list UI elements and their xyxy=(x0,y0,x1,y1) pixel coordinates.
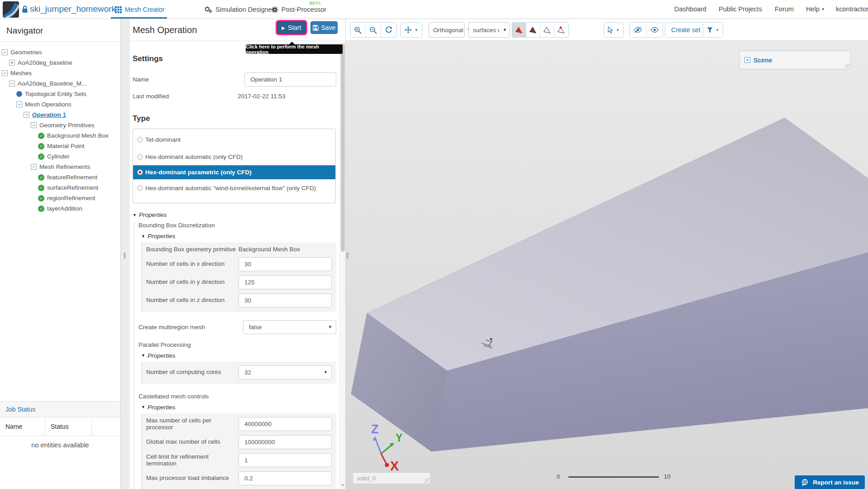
tree-item-mesh[interactable]: AoA20deg_Baseline_M... xyxy=(0,78,120,89)
multiregion-select[interactable]: false xyxy=(243,320,336,334)
report-camera-icon xyxy=(801,479,809,486)
solid-wireframe-triangle-icon xyxy=(529,27,537,34)
properties-toggle[interactable]: Properties xyxy=(133,211,336,218)
render-points-button[interactable] xyxy=(554,23,568,37)
radio-unchecked-icon[interactable] xyxy=(137,154,143,160)
collapse-icon[interactable] xyxy=(2,49,8,55)
render-filter-select[interactable]: surfaces with v xyxy=(468,22,510,38)
properties-label: Properties xyxy=(139,211,167,218)
splitter-grip-icon[interactable] xyxy=(346,252,349,259)
play-icon xyxy=(281,25,285,30)
refresh-view-button[interactable] xyxy=(381,23,396,37)
scene-expand-icon[interactable] xyxy=(744,57,750,63)
splitter-grip-icon[interactable] xyxy=(123,252,126,259)
tree-item-region-refinement[interactable]: regionRefinement xyxy=(0,193,120,203)
collapse-triangle-icon xyxy=(141,405,145,409)
tree-item-geometry[interactable]: AoA20deg_baseline xyxy=(0,58,120,68)
global-max-input[interactable] xyxy=(238,435,332,449)
pan-mode-button[interactable] xyxy=(401,23,422,37)
tree-item-meshes[interactable]: Meshes xyxy=(0,68,120,78)
bbox-properties-toggle[interactable]: Properties xyxy=(141,233,336,240)
render-solid-wireframe-button[interactable] xyxy=(526,23,540,37)
start-button[interactable]: Start xyxy=(277,21,306,34)
cells-z-input[interactable] xyxy=(238,293,332,307)
tree-item-background-mesh-box[interactable]: Background Mesh Box xyxy=(0,130,120,141)
parallel-properties-toggle[interactable]: Properties xyxy=(141,352,336,359)
tree-item-material-point[interactable]: Material Point xyxy=(0,141,120,151)
report-issue-button[interactable]: Report an issue xyxy=(795,475,865,489)
hide-selection-button[interactable] xyxy=(630,23,646,37)
projection-select[interactable]: Orthogonal xyxy=(429,22,465,38)
zoom-out-button[interactable] xyxy=(366,23,381,37)
operation-name-input[interactable] xyxy=(244,72,336,86)
collapse-icon[interactable] xyxy=(31,122,37,128)
cells-x-input[interactable] xyxy=(238,257,332,271)
max-cells-proc-input[interactable] xyxy=(238,417,332,431)
selection-mode-button[interactable] xyxy=(604,23,623,37)
tree-item-topological-entity-sets[interactable]: Topological Entity Sets xyxy=(0,89,120,99)
global-max-label: Global max number of cells xyxy=(146,438,237,446)
solid-triangle-icon xyxy=(515,27,523,34)
mesh-box-render[interactable] xyxy=(346,41,868,489)
solid-name-field[interactable]: solid_0 xyxy=(353,472,430,484)
tree-item-mesh-refinements[interactable]: Mesh Refinements xyxy=(0,162,120,172)
cells-y-input[interactable] xyxy=(238,275,332,289)
type-option-hex-wind-tunnel[interactable]: Hex-dominant automatic "wind-tunnel/exte… xyxy=(133,179,335,197)
tab-simulation-designer[interactable]: Simulation Designer xyxy=(205,0,274,19)
cell-limit-input[interactable] xyxy=(238,453,332,467)
check-icon xyxy=(38,153,44,160)
nav-link-dashboard[interactable]: Dashboard xyxy=(674,5,706,13)
collapse-icon[interactable] xyxy=(24,112,29,118)
nav-link-user-menu[interactable]: kcontractor xyxy=(836,5,868,13)
app-root: ski_jumper_homework Mesh Creator xyxy=(0,0,868,489)
tab-label: Mesh Creator xyxy=(125,6,165,13)
type-option-label: Tet-dominant xyxy=(145,136,181,143)
tree-item-geometries[interactable]: Geometries xyxy=(0,47,120,58)
radio-unchecked-icon[interactable] xyxy=(137,185,143,191)
castellated-properties-toggle[interactable]: Properties xyxy=(141,404,336,411)
save-button[interactable]: Save xyxy=(310,21,338,34)
tab-mesh-creator[interactable]: Mesh Creator xyxy=(115,0,165,19)
zoom-in-icon xyxy=(354,26,362,34)
panel-scrollbar[interactable] xyxy=(339,42,345,489)
render-wireframe-button[interactable] xyxy=(540,23,554,37)
radio-checked-icon[interactable] xyxy=(137,169,143,175)
tree-item-cylinder[interactable]: Cylinder xyxy=(0,151,120,162)
tree-item-mesh-operations[interactable]: Mesh Operations xyxy=(0,99,120,110)
type-option-hex-automatic[interactable]: Hex-dominant automatic (only CFD) xyxy=(133,148,335,165)
tree-item-geometry-primitives[interactable]: Geometry Primitives xyxy=(0,120,120,130)
create-set-button[interactable]: Create set xyxy=(665,22,707,38)
scrollbar-thumb[interactable] xyxy=(341,43,345,252)
tree-item-feature-refinement[interactable]: featureRefinement xyxy=(0,172,120,182)
nav-link-forum[interactable]: Forum xyxy=(775,5,794,13)
filter-button[interactable] xyxy=(703,23,723,37)
scene-tree-widget[interactable]: Scene xyxy=(739,51,851,69)
tree-item-surface-refinement[interactable]: surfaceRefinement xyxy=(0,182,120,193)
cores-select[interactable]: 32 xyxy=(238,365,332,379)
collapse-icon[interactable] xyxy=(31,164,37,170)
collapse-icon[interactable] xyxy=(16,101,22,107)
zoom-in-button[interactable] xyxy=(350,23,366,37)
radio-unchecked-icon[interactable] xyxy=(137,137,143,143)
type-option-tet-dominant[interactable]: Tet-dominant xyxy=(133,131,335,148)
show-all-button[interactable] xyxy=(646,23,663,37)
collapse-icon[interactable] xyxy=(2,70,8,76)
expand-icon[interactable] xyxy=(9,60,15,66)
simscale-logo[interactable] xyxy=(3,1,19,18)
mesh-type-list: Tet-dominant Hex-dominant automatic (onl… xyxy=(133,129,336,203)
collapse-icon[interactable] xyxy=(9,81,15,86)
gears-icon xyxy=(205,6,212,13)
tree-item-layer-addition[interactable]: layerAddition xyxy=(0,203,120,214)
job-status-title: Job Status xyxy=(0,402,120,417)
caret-down-icon xyxy=(715,28,719,32)
viewport-3d[interactable]: Orthogonal surfaces with v xyxy=(345,19,868,489)
nav-link-public-projects[interactable]: Public Projects xyxy=(719,5,762,13)
resize-grip-icon[interactable] xyxy=(845,63,849,68)
nav-link-help[interactable]: Help xyxy=(806,5,825,13)
type-option-hex-parametric-selected[interactable]: Hex-dominant parametric (only CFD) xyxy=(133,165,335,179)
render-solid-button[interactable] xyxy=(512,23,526,37)
tree-item-operation-1[interactable]: Operation 1 xyxy=(0,110,120,120)
load-imbalance-input[interactable] xyxy=(238,471,332,485)
resize-grip-icon[interactable] xyxy=(424,478,429,483)
navigator-title: Navigator xyxy=(0,19,120,42)
